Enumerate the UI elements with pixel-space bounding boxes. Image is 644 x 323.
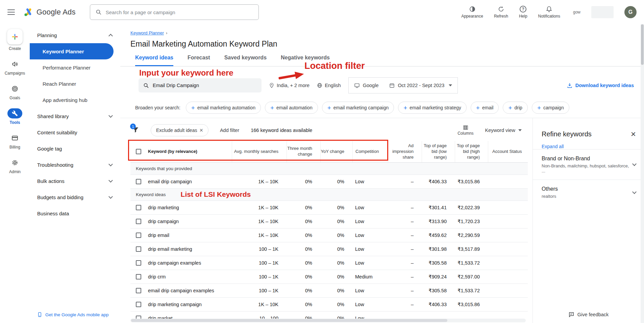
header-account-status[interactable]: Account Status [488, 141, 528, 162]
rail-item-create[interactable]: Create [7, 29, 23, 51]
date-range-filter[interactable]: Oct 2022 - Sept 2023 [384, 77, 458, 93]
refresh-button[interactable]: Refresh [494, 6, 508, 19]
sidebar-item-business-data[interactable]: Business data [30, 205, 120, 221]
row-checkbox[interactable] [136, 219, 141, 224]
columns-button[interactable]: Columns [457, 125, 473, 136]
keyword-row[interactable]: email drip campaign examples100 – 1K0%0%… [130, 284, 528, 298]
rail-item-tools[interactable]: Tools [7, 108, 22, 125]
sidebar-item-performance-planner[interactable]: Performance Planner [30, 59, 120, 76]
add-filter-button[interactable]: Add filter [220, 128, 239, 133]
avg-monthly-searches-cell: 1K – 10K [232, 233, 287, 238]
broaden-chip[interactable]: campaign [532, 102, 569, 114]
sidebar-section-planning[interactable]: Planning [30, 27, 120, 43]
refine-group-brand-or-non-brand[interactable]: Brand or Non-Brand Non-Brands, mailchimp… [533, 149, 644, 180]
sidebar-section-shared-library[interactable]: Shared library [30, 108, 120, 124]
row-checkbox[interactable] [136, 274, 141, 279]
rail-item-goals[interactable]: Goals [7, 84, 22, 100]
filter-button[interactable]: 1 [132, 126, 139, 135]
header-top-of-page-bid-high[interactable]: Top of page bid (high range) [455, 141, 488, 162]
chevron-down-icon [632, 162, 637, 166]
vertical-scrollbar[interactable] [641, 24, 644, 323]
header-ad-impression-share[interactable]: Ad impression share [388, 141, 422, 162]
download-keyword-ideas-button[interactable]: Download keyword ideas [567, 82, 634, 88]
row-checkbox[interactable] [136, 179, 141, 184]
horizontal-scrollbar[interactable] [130, 319, 526, 322]
header-keyword[interactable]: Keyword (by relevance) [147, 141, 232, 162]
keyword-row[interactable]: email drip campaign1K – 10K0%0%Low–₹406.… [130, 175, 528, 189]
broaden-chip[interactable]: email [471, 102, 499, 114]
keyword-row[interactable]: drip crm100 – 1K0%0%Medium–₹909.24₹2,597… [130, 270, 528, 284]
keyword-row[interactable]: drip marketing1K – 10K0%0%Low–₹301.41₹2,… [130, 201, 528, 215]
broaden-chip[interactable]: email marketing automation [186, 102, 261, 114]
horizontal-scrollbar-thumb[interactable] [131, 319, 447, 322]
keyword-row[interactable]: drip marketing campaign1K – 10K0%0%Low–₹… [130, 298, 528, 312]
expand-all-link[interactable]: Expand all [542, 144, 636, 149]
broaden-chip[interactable]: email marketing strategy [398, 102, 467, 114]
global-search-input[interactable] [106, 9, 253, 15]
location-pin-icon [269, 83, 274, 88]
select-all-checkbox[interactable] [136, 149, 141, 154]
refine-group-others[interactable]: Others realtors [533, 180, 644, 205]
row-checkbox-cell [130, 246, 147, 252]
row-checkbox[interactable] [136, 288, 141, 293]
tab-saved-keywords[interactable]: Saved keywords [224, 55, 267, 66]
row-checkbox[interactable] [136, 260, 141, 266]
tab-keyword-ideas[interactable]: Keyword ideas [135, 55, 173, 66]
row-checkbox[interactable] [136, 205, 141, 210]
sidebar-item-reach-planner[interactable]: Reach Planner [30, 76, 120, 92]
broaden-chip[interactable]: drip [503, 102, 527, 114]
header-top-of-page-bid-low[interactable]: Top of page bid (low range) [422, 141, 455, 162]
language-filter[interactable]: English [317, 83, 341, 88]
rail-item-admin[interactable]: Admin [7, 158, 22, 174]
chevron-down-icon [518, 129, 522, 131]
sidebar-section-label: Bulk actions [37, 178, 65, 184]
help-button[interactable]: Help [519, 6, 527, 19]
main-menu-button[interactable] [7, 9, 15, 15]
header-competition[interactable]: Competition [352, 141, 388, 162]
sidebar-item-content-suitability[interactable]: Content suitability [30, 124, 120, 140]
row-checkbox-cell [130, 288, 147, 293]
avatar[interactable]: G [624, 6, 637, 18]
network-filter[interactable]: Google [348, 77, 385, 93]
plus-icon [508, 105, 512, 111]
header-three-month-change[interactable]: Three month change [287, 141, 320, 162]
sidebar-section-budgets-and-bidding[interactable]: Budgets and bidding [30, 189, 120, 205]
broaden-chip[interactable]: email marketing campaign [322, 102, 394, 114]
keyword-row[interactable]: drip campaign examples100 – 1K0%0%Low–₹3… [130, 256, 528, 270]
rail-item-billing[interactable]: Billing [7, 133, 22, 150]
mobile-app-link[interactable]: Get the Google Ads mobile app [30, 312, 120, 318]
sidebar-item-keyword-planner[interactable]: Keyword Planner [30, 43, 114, 59]
header-yoy-change[interactable]: YoY change [320, 141, 352, 162]
global-search[interactable] [90, 4, 259, 20]
row-checkbox[interactable] [136, 302, 141, 307]
row-checkbox[interactable] [136, 233, 141, 238]
close-icon[interactable] [631, 130, 636, 138]
header-avg-monthly-searches[interactable]: Avg. monthly searches [232, 141, 287, 162]
keyword-row[interactable]: drip email1K – 10K0%0%Low–₹459.62₹2,290.… [130, 228, 528, 242]
rail-item-campaigns[interactable]: Campaigns [5, 59, 25, 76]
breadcrumb-keyword-planner-link[interactable]: Keyword Planner [130, 30, 164, 35]
give-feedback-button[interactable]: Give feedback [568, 312, 609, 318]
sidebar-section-troubleshooting[interactable]: Troubleshooting [30, 157, 120, 173]
sidebar-item-app-advertising-hub[interactable]: App advertising hub [30, 92, 120, 108]
location-filter[interactable]: India, + 2 more [269, 83, 309, 88]
notifications-button[interactable]: Notifications [538, 6, 560, 19]
keyword-input[interactable] [153, 83, 257, 88]
keyword-cell: drip marketing campaign [147, 302, 232, 307]
three-month-change-cell: 0% [287, 219, 320, 224]
exclude-adult-ideas-chip[interactable]: Exclude adult ideas [151, 124, 208, 136]
keyword-cell: drip campaign [147, 219, 232, 224]
sidebar-section-bulk-actions[interactable]: Bulk actions [30, 173, 120, 189]
tab-forecast[interactable]: Forecast [188, 55, 210, 66]
keyword-row[interactable]: drip campaign1K – 10K0%0%Low–₹313.90₹1,7… [130, 215, 528, 228]
keyword-view-dropdown[interactable]: Keyword view [485, 128, 522, 133]
appearance-button[interactable]: Appearance [461, 6, 483, 19]
keyword-row[interactable]: drip email marketing100 – 1K0%0%Low–₹301… [130, 242, 528, 256]
vertical-scrollbar-thumb[interactable] [641, 24, 644, 65]
broaden-chip[interactable]: email automation [265, 102, 318, 114]
sidebar-item-google-tag[interactable]: Google tag [30, 140, 120, 157]
google-ads-logo[interactable]: Google Ads [24, 7, 76, 17]
keyword-search-box[interactable] [139, 78, 262, 92]
close-icon[interactable] [199, 127, 203, 133]
row-checkbox[interactable] [136, 246, 141, 252]
